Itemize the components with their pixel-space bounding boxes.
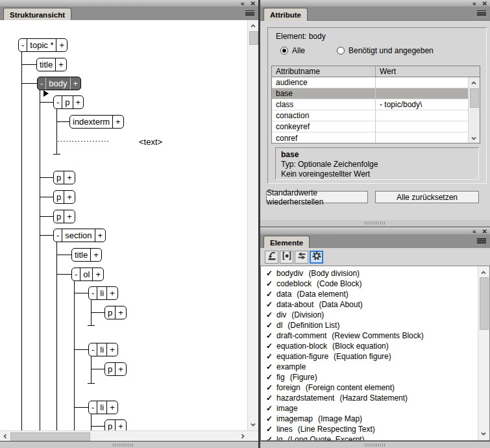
splitter-grip[interactable] [365,221,386,225]
tree-node-p[interactable]: - p + [53,95,84,109]
tree-node-li[interactable]: - li + [88,401,118,414]
expand-cell[interactable]: + [90,249,101,261]
elements-scrollbar[interactable] [478,266,489,440]
expand-cell[interactable]: + [73,96,84,108]
collapse-cell[interactable]: - [89,401,97,414]
attribute-row[interactable]: conref [272,132,469,143]
scroll-up-icon[interactable] [470,79,478,87]
element-list-item[interactable]: ✓bodydiv(Body division) [262,268,478,279]
scroll-down-icon[interactable] [470,134,478,142]
attr-value[interactable] [376,110,469,121]
attribute-row[interactable]: class - topic/body\ [272,99,469,110]
tree-node-p[interactable]: p + [53,210,75,223]
attribute-table-scrollbar[interactable] [468,77,480,143]
reset-all-button[interactable]: Alle zurücksetzen [375,191,479,203]
tree-node-body-selected[interactable]: - body + [37,77,81,90]
panel-menu-icon[interactable] [477,238,486,245]
collapse-cell[interactable]: - [54,96,62,108]
radio-alle[interactable] [280,47,288,55]
scroll-right-icon[interactable] [239,432,247,440]
element-list-item[interactable]: ✓lq(Long Quote, Excerpt) [262,434,478,441]
scroll-down-icon[interactable] [480,430,487,438]
scroll-down-icon[interactable] [249,421,257,429]
panel-menu-icon[interactable] [245,10,254,17]
settings-button[interactable] [310,251,323,264]
tree-node-li[interactable]: - li + [88,343,118,356]
tree-node-p[interactable]: p + [104,362,127,376]
expand-cell[interactable]: + [55,58,66,71]
tree-node-p[interactable]: p + [104,306,127,319]
attribute-row[interactable]: conaction [272,110,469,121]
expand-cell[interactable]: + [64,171,75,184]
scroll-up-icon[interactable] [480,269,487,277]
tab-strukturansicht[interactable]: Strukturansicht [3,8,71,21]
attr-value[interactable] [376,132,469,143]
element-list-item[interactable]: ✓foreign(Foreign content element) [262,382,478,393]
tree-node-title[interactable]: title + [71,248,102,262]
element-list-item[interactable]: ✓equation-block(Block equation) [262,341,478,351]
scroll-left-icon[interactable] [1,432,9,440]
element-list-item[interactable]: ✓div(Division) [262,310,478,320]
element-list-item[interactable]: ✓hazardstatement(Hazard Statement) [262,393,478,403]
element-list-item[interactable]: ✓example [262,362,478,372]
attribute-row[interactable]: conkeyref [272,121,469,132]
attributes-splitter[interactable] [260,220,490,227]
expand-cell[interactable]: + [64,210,75,223]
tree-node-p[interactable]: p + [104,419,127,430]
expand-cell[interactable]: + [64,191,75,203]
collapse-cell[interactable]: - [89,287,97,299]
expand-cell[interactable]: + [106,287,117,299]
expand-cell[interactable]: + [115,363,126,375]
vscroll-thumb[interactable] [249,31,258,45]
collapse-panel-icon[interactable]: « [241,1,245,6]
tree-node-p[interactable]: p + [53,171,75,184]
vscroll-thumb[interactable] [480,277,489,330]
attr-name[interactable]: audience [272,77,376,88]
tree-node-title[interactable]: title + [36,58,67,71]
close-panel-icon[interactable]: ✕ [482,1,487,6]
collapse-cell[interactable]: - [38,77,45,90]
insert-element-button[interactable] [280,251,293,264]
expand-cell[interactable]: + [106,343,117,356]
element-list-item[interactable]: ✓lines(Line Respecting Text) [262,424,478,434]
tree-node-ol[interactable]: - ol + [71,268,104,281]
expand-cell[interactable]: + [112,116,123,128]
collapse-cell[interactable]: - [54,229,62,242]
collapse-panel-icon[interactable]: « [472,1,476,6]
attr-value[interactable]: - topic/body\ [376,99,469,110]
radio-benoetigt[interactable] [337,47,345,55]
panel-menu-icon[interactable] [477,10,486,17]
attr-value[interactable] [376,88,469,99]
expand-cell[interactable]: + [70,77,81,90]
scroll-up-icon[interactable] [249,22,257,30]
collapse-panel-icon[interactable]: « [472,229,476,234]
swap-element-button[interactable] [295,251,308,264]
expand-cell[interactable]: + [92,268,103,280]
tree-hscrollbar[interactable] [0,430,258,442]
close-panel-icon[interactable]: ✕ [251,1,256,6]
vscroll-thumb[interactable] [470,88,479,108]
tab-attribute[interactable]: Attribute [263,8,308,21]
tree-node-indexterm[interactable]: indexterm + [69,115,124,129]
element-list-item[interactable]: ✓draft-comment(Review Comments Block) [262,330,478,341]
attr-value[interactable] [376,77,469,88]
expand-cell[interactable]: + [115,420,126,430]
tree-node-topic[interactable]: - topic * + [18,38,67,52]
attribute-row[interactable]: audience [272,77,469,88]
element-list-item[interactable]: ✓fig(Figure) [262,372,478,382]
attr-name[interactable]: conref [272,132,376,143]
tree-node-section[interactable]: - section + [53,229,106,242]
attr-name[interactable]: base [272,88,376,99]
tree-node-li[interactable]: - li + [88,286,118,300]
splitter-grip[interactable] [365,443,386,447]
element-list-item[interactable]: ✓codeblock(Code Block) [262,279,478,289]
bottom-splitter[interactable] [260,441,490,448]
attr-name[interactable]: conkeyref [272,121,376,132]
tree-node-p[interactable]: p + [53,190,75,204]
element-list-item[interactable]: ✓image [262,403,478,414]
splitter-grip[interactable] [113,443,134,447]
collapse-cell[interactable]: - [72,268,80,280]
close-panel-icon[interactable]: ✕ [482,229,487,234]
tab-elemente[interactable]: Elemente [263,236,310,249]
insert-parent-button[interactable] [265,251,278,264]
